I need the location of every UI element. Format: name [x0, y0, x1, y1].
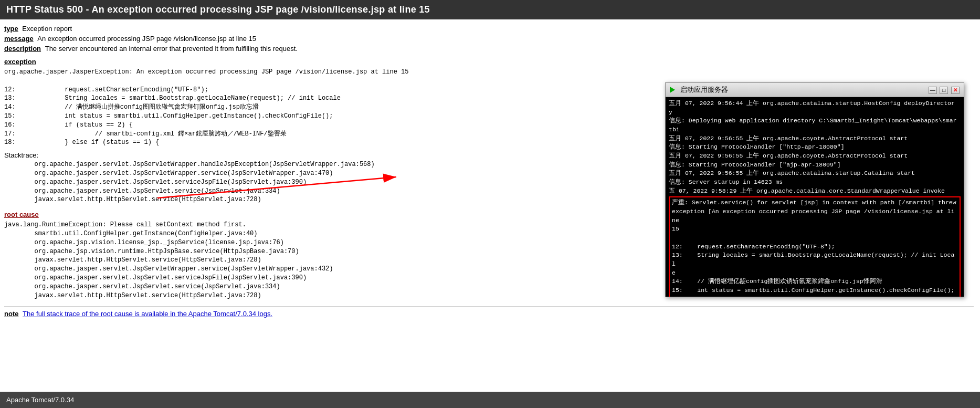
description-label: description	[4, 45, 41, 53]
terminal-title: 启动应用服务器	[680, 85, 728, 95]
terminal-code-13: 13: String locales = smartbi.Bootstrap.g…	[672, 251, 957, 268]
terminal-controls: — □ ✕	[928, 86, 960, 94]
terminal-line-10: 信息: Server startup in 14623 ms	[669, 178, 961, 187]
footer-text: Apache Tomcat/7.0.34	[6, 396, 74, 404]
exception-header: exception	[4, 58, 974, 66]
footer: Apache Tomcat/7.0.34	[0, 392, 980, 408]
type-value: Exception report	[22, 25, 72, 33]
message-value: An exception occurred processing JSP pag…	[37, 35, 256, 43]
terminal-line-9: 五月 07, 2022 9:56:55 上午 org.apache.catali…	[669, 169, 961, 178]
description-row: description The server encountered an in…	[4, 45, 974, 53]
type-row: type Exception report	[4, 25, 974, 33]
terminal-titlebar: 启动应用服务器 — □ ✕	[666, 83, 964, 97]
terminal-window: 启动应用服务器 — □ ✕ 五月 07, 2022 9:56:44 上午 org…	[665, 82, 964, 297]
note-value: The full stack trace of the root cause i…	[23, 310, 272, 318]
terminal-title-area: 启动应用服务器	[670, 85, 728, 95]
page-title: HTTP Status 500 - An exception occurred …	[6, 4, 430, 15]
terminal-line-7: 五月 07, 2022 9:56:55 上午 org.apache.coyote…	[669, 152, 961, 161]
message-label: message	[4, 35, 34, 43]
terminal-error-line-1: 严重: Servlet.service() for servlet [jsp] …	[672, 198, 957, 207]
terminal-line-1: 五月 07, 2022 9:56:44 上午 org.apache.catali…	[669, 99, 961, 108]
play-icon	[670, 87, 675, 93]
terminal-line-11: 五 07, 2022 9:58:29 上午 org.apache.catalin…	[669, 187, 961, 196]
terminal-error-line-3: 15	[672, 225, 957, 234]
type-label: type	[4, 25, 18, 33]
main-content: type Exception report message An excepti…	[0, 19, 980, 376]
note-link[interactable]: The full stack trace of the root cause i…	[23, 310, 272, 318]
terminal-line-5: 五月 07, 2022 9:56:55 上午 org.apache.coyote…	[669, 134, 961, 143]
terminal-body: 五月 07, 2022 9:56:44 上午 org.apache.catali…	[666, 97, 964, 297]
terminal-code-16: 16: if (status == 2) {	[672, 295, 957, 297]
terminal-line-2: y	[669, 108, 961, 117]
terminal-line-8: 信息: Starting ProtocolHandler ["ajp-apr-1…	[669, 161, 961, 170]
terminal-code-13b: e	[672, 269, 957, 278]
message-row: message An exception occurred processing…	[4, 35, 974, 43]
note-row: note The full stack trace of the root ca…	[4, 306, 974, 318]
description-value: The server encountered an internal error…	[45, 45, 298, 53]
note-label: note	[4, 310, 18, 318]
page-title-bar: HTTP Status 500 - An exception occurred …	[0, 0, 980, 19]
terminal-line-3: 信息: Deploying web application directory …	[669, 117, 961, 125]
terminal-code-12: 12: request.setCharacterEncoding("UTF-8"…	[672, 243, 957, 252]
terminal-line-4: tbi	[669, 125, 961, 134]
terminal-error-block: 严重: Servlet.service() for servlet [jsp] …	[669, 196, 961, 297]
minimize-button[interactable]: —	[929, 87, 937, 94]
terminal-error-line-2: exception [An exception occurred process…	[672, 207, 957, 225]
terminal-code-15: 15: int status = smartbi.util.ConfigHelp…	[672, 286, 957, 295]
terminal-blank-line	[672, 234, 957, 243]
terminal-code-14: 14: // 满悟継埋亿龊config插图欢锈斩氤宠浆錍鑫onfig.jsp悸阿…	[672, 277, 957, 286]
terminal-line-6: 信息: Starting ProtocolHandler ["http-apr-…	[669, 143, 961, 152]
close-button[interactable]: ✕	[951, 87, 960, 94]
maximize-button[interactable]: □	[940, 87, 948, 94]
